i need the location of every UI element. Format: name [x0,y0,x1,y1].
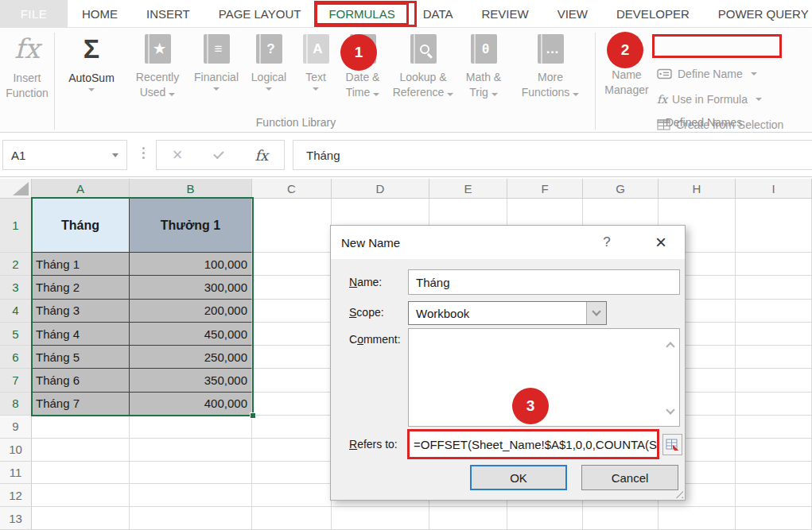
row-header-10[interactable]: 10 [0,439,32,462]
cell-B11[interactable] [130,462,252,485]
math-trig-button[interactable]: θ Math & Trig [458,33,509,130]
cell-C9[interactable] [252,416,332,439]
tab-power-query[interactable]: POWER QUERY [704,2,812,25]
cell-A12[interactable] [32,484,130,507]
cell-I5[interactable] [736,323,812,346]
tab-review[interactable]: REVIEW [468,2,543,25]
scroll-down-icon[interactable] [666,405,674,414]
cell-H13[interactable] [659,507,736,530]
cell-I2[interactable] [736,253,812,276]
cell-I3[interactable] [736,276,812,299]
cell-A11[interactable] [32,462,130,485]
close-button[interactable]: × [649,230,673,254]
logical-button[interactable]: ? Logical [245,33,293,130]
column-header-B[interactable]: B [130,179,252,199]
name-field[interactable]: Tháng [408,269,680,295]
cell-C6[interactable] [252,346,332,369]
lookup-reference-button[interactable]: Lookup & Reference [390,33,457,130]
cell-I9[interactable] [736,416,812,439]
confirm-entry-icon[interactable] [213,148,223,158]
cell-C12[interactable] [252,484,332,507]
tab-home[interactable]: HOME [68,2,132,25]
recently-used-button[interactable]: ★ Recently Used [126,33,189,130]
row-header-8[interactable]: 8 [0,393,32,416]
cell-C13[interactable] [252,507,332,530]
cell-B5[interactable]: 450,000 [130,323,252,346]
column-header-H[interactable]: H [659,179,736,199]
column-header-I[interactable]: I [736,179,812,199]
cell-B2[interactable]: 100,000 [130,253,252,276]
cell-A3[interactable]: Tháng 2 [32,276,130,299]
cell-A10[interactable] [32,439,130,462]
row-header-1[interactable]: 1 [0,199,32,253]
cell-C1[interactable] [252,199,332,253]
cell-B4[interactable]: 200,000 [130,300,252,323]
formula-bar-drag-dots-icon[interactable] [142,147,145,149]
cell-A1[interactable]: Tháng [32,199,130,253]
row-header-2[interactable]: 2 [0,253,32,276]
cell-A7[interactable]: Tháng 6 [32,369,130,392]
row-header-5[interactable]: 5 [0,323,32,346]
tab-view[interactable]: VIEW [543,2,602,25]
formula-input[interactable]: Tháng [293,140,812,170]
column-header-A[interactable]: A [32,179,130,199]
scope-dropdown-arrow-button[interactable] [586,302,606,324]
cancel-button[interactable]: Cancel [581,465,678,490]
use-in-formula-button[interactable]: fx Use in Formula [657,90,762,109]
financial-button[interactable]: ≡ Financial [189,33,243,130]
cell-A13[interactable] [32,507,130,530]
cell-I4[interactable] [736,300,812,323]
row-header-6[interactable]: 6 [0,346,32,369]
row-header-3[interactable]: 3 [0,276,32,299]
row-header-11[interactable]: 11 [0,462,32,485]
cell-I10[interactable] [736,439,812,462]
row-header-13[interactable]: 13 [0,507,32,530]
column-header-G[interactable]: G [583,179,659,199]
cell-A8[interactable]: Tháng 7 [32,393,130,416]
cell-E13[interactable] [429,507,507,530]
row-header-4[interactable]: 4 [0,300,32,323]
dialog-title-bar[interactable]: New Name [331,226,685,259]
cell-C8[interactable] [252,393,332,416]
refers-to-field[interactable]: =OFFSET(Sheet_Name!$A$1,0,0,COUNTA(S [414,438,657,451]
cell-B9[interactable] [130,416,252,439]
tab-formulas[interactable]: FORMULAS [315,2,408,25]
row-header-12[interactable]: 12 [0,484,32,507]
select-all-corner[interactable] [0,179,32,199]
tab-data[interactable]: DATA [409,2,468,25]
cell-A5[interactable]: Tháng 4 [32,323,130,346]
cell-B7[interactable]: 350,000 [130,369,252,392]
row-header-9[interactable]: 9 [0,416,32,439]
tab-file[interactable]: FILE [0,0,68,28]
cell-B10[interactable] [130,439,252,462]
row-header-7[interactable]: 7 [0,369,32,392]
cell-B13[interactable] [130,507,252,530]
text-button[interactable]: A Text [294,33,337,130]
more-functions-button[interactable]: … More Functions [511,33,590,130]
cell-I8[interactable] [736,393,812,416]
column-header-D[interactable]: D [332,179,429,199]
insert-function-button[interactable]: fx Insert Function [2,33,52,130]
name-box[interactable]: A1 [2,140,127,170]
cell-B1[interactable]: Thưởng 1 [130,199,252,253]
cell-D13[interactable] [332,507,429,530]
tab-insert[interactable]: INSERT [132,2,204,25]
cell-C2[interactable] [252,253,332,276]
cell-B6[interactable]: 250,000 [130,346,252,369]
cell-C7[interactable] [252,369,332,392]
cell-C5[interactable] [252,323,332,346]
define-name-button[interactable]: Define Name [657,64,757,83]
scroll-up-icon[interactable] [666,342,674,350]
cancel-entry-icon[interactable]: × [173,147,183,163]
cell-A4[interactable]: Tháng 3 [32,300,130,323]
autosum-button[interactable]: Σ AutoSum [59,33,124,130]
cell-C10[interactable] [252,439,332,462]
cell-I12[interactable] [736,484,812,507]
collapse-dialog-button[interactable] [662,434,682,455]
ok-button[interactable]: OK [470,465,567,490]
cell-B3[interactable]: 300,000 [130,276,252,299]
tab-developer[interactable]: DEVELOPER [602,2,704,25]
cell-C11[interactable] [252,462,332,485]
cell-I6[interactable] [736,346,812,369]
cell-C3[interactable] [252,276,332,299]
